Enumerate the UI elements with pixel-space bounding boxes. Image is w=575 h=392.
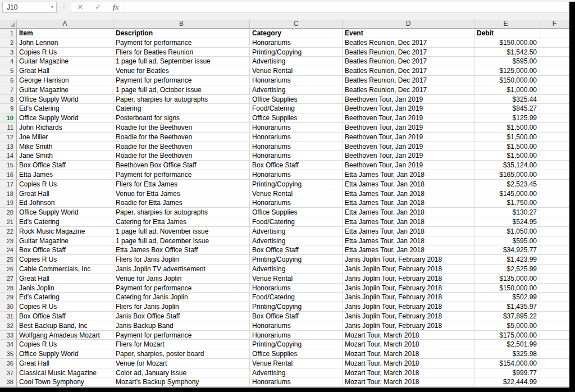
cell-empty[interactable] xyxy=(540,48,569,57)
cell-description[interactable]: 1 page full ad, December Issue xyxy=(113,236,250,246)
cell-debit[interactable]: Debit xyxy=(474,29,540,38)
cell-description[interactable]: Fliers for Beatles Reunion xyxy=(113,48,250,57)
cell-category[interactable]: Honorariums xyxy=(250,151,343,161)
cell-empty[interactable] xyxy=(540,104,569,113)
cell-description[interactable]: 1 page full ad, September issue xyxy=(113,57,250,66)
cell-item[interactable]: Box Office Staff xyxy=(17,312,113,321)
cell-description[interactable]: Payment for performance xyxy=(113,331,250,340)
cell-debit[interactable]: $135,000.00 xyxy=(474,274,540,284)
cancel-icon[interactable]: ✕ xyxy=(73,2,88,12)
cell-description[interactable]: Venue for Janis Joplin xyxy=(113,274,250,284)
row-number[interactable]: 37 xyxy=(0,368,17,378)
cell-event[interactable]: Mozart Tour, March 2018 xyxy=(343,368,474,378)
cell-category[interactable]: Advertising xyxy=(250,236,343,246)
cell-item[interactable]: Mike Smith xyxy=(17,142,113,152)
cell-item[interactable]: Best Backup Band, Inc xyxy=(17,321,113,331)
cell-category[interactable]: Food/Catering xyxy=(250,293,343,302)
cell-category[interactable]: Box Office Staff xyxy=(250,245,343,255)
cell-event[interactable]: Beethoven Tour, Jan 2019 xyxy=(343,142,474,152)
row-number[interactable]: 22 xyxy=(0,227,17,236)
cell-event[interactable]: Beethoven Tour, Jan 2019 xyxy=(343,161,474,170)
cell-debit[interactable]: $2,501.99 xyxy=(474,340,540,349)
cell-item[interactable]: Copies R Us xyxy=(17,255,113,265)
cell-description[interactable]: Roadie for the Beethoven xyxy=(113,123,250,133)
row-number[interactable]: 19 xyxy=(0,198,17,208)
cell-category[interactable]: Honorariums xyxy=(250,38,343,48)
cell-category[interactable]: Honorariums xyxy=(250,123,343,133)
row-number[interactable]: 33 xyxy=(0,331,17,340)
cell-category[interactable]: Food/Catering xyxy=(250,217,343,227)
cell-empty[interactable] xyxy=(540,151,569,161)
column-header-e[interactable]: E xyxy=(474,20,540,28)
cell-debit[interactable]: $999.77 xyxy=(474,368,540,378)
chevron-down-icon[interactable]: ▾ xyxy=(51,2,53,12)
cell-debit[interactable]: $595.00 xyxy=(474,57,540,66)
cell-debit[interactable]: $5,000.00 xyxy=(474,321,540,331)
cell-description[interactable]: Catering for Janis Joplin xyxy=(113,293,250,302)
cell-empty[interactable] xyxy=(540,66,569,76)
cell-category[interactable]: Honorariums xyxy=(250,133,343,142)
row-number[interactable]: 26 xyxy=(0,265,17,274)
cell-category[interactable]: Advertising xyxy=(250,85,343,95)
cell-category[interactable]: Printing/Copying xyxy=(250,340,343,349)
cell-item[interactable]: Wolfgang Amadeus Mozart xyxy=(17,331,113,340)
cell-description[interactable]: Janis Backup Band xyxy=(113,321,250,331)
row-number[interactable]: 25 xyxy=(0,255,17,265)
row-number[interactable]: 13 xyxy=(0,142,17,152)
cell-description[interactable]: Fliers for Mozart xyxy=(113,340,250,349)
cell-item[interactable]: Office Supply World xyxy=(17,113,113,123)
row-number[interactable]: 5 xyxy=(0,66,17,76)
cell-description[interactable]: Roadie for the Beethoven xyxy=(113,133,250,142)
cell-description[interactable]: Venue for Beatles xyxy=(113,66,250,76)
row-number[interactable]: 2 xyxy=(0,38,17,48)
column-header-b[interactable]: B xyxy=(113,20,250,28)
cell-debit[interactable]: $1,500.00 xyxy=(474,123,540,133)
cell-empty[interactable] xyxy=(540,312,569,321)
row-number[interactable]: 21 xyxy=(0,217,17,227)
cell-debit[interactable]: $1,050.00 xyxy=(474,227,540,236)
cell-empty[interactable] xyxy=(540,255,569,265)
cell-description[interactable]: Payment for performance xyxy=(113,38,250,48)
cell-empty[interactable] xyxy=(540,123,569,133)
column-header-c[interactable]: C xyxy=(250,20,343,28)
cell-description[interactable]: Catering for Etta James xyxy=(113,217,250,227)
cell-category[interactable]: Venue Rental xyxy=(250,359,343,368)
row-number[interactable]: 16 xyxy=(0,170,17,180)
cell-description[interactable]: Catering xyxy=(113,104,250,113)
cell-description[interactable]: Janis Box Office Staff xyxy=(113,312,250,321)
cell-event[interactable]: Beethoven Tour, Jan 2019 xyxy=(343,95,474,104)
cell-category[interactable]: Printing/Copying xyxy=(250,255,343,265)
row-number[interactable]: 32 xyxy=(0,321,17,331)
cell-empty[interactable] xyxy=(540,113,569,123)
cell-debit[interactable]: $150,000.00 xyxy=(474,76,540,85)
cell-item[interactable]: Janis Joplin xyxy=(17,284,113,293)
cell-empty[interactable] xyxy=(540,340,569,349)
cell-empty[interactable] xyxy=(540,76,569,85)
cell-event[interactable]: Janis Joplin Tour, February 2018 xyxy=(343,255,474,265)
cell-debit[interactable]: $595.00 xyxy=(474,236,540,246)
cell-category[interactable]: Venue Rental xyxy=(250,66,343,76)
cell-description[interactable]: Description xyxy=(113,29,250,38)
cell-description[interactable]: Roadie for the Beethoven xyxy=(113,142,250,152)
cell-debit[interactable]: $2,525.99 xyxy=(474,265,540,274)
row-number[interactable]: 1 xyxy=(0,29,17,38)
cell-empty[interactable] xyxy=(540,359,569,368)
cell-category[interactable]: Venue Rental xyxy=(250,274,343,284)
enter-icon[interactable]: ✓ xyxy=(90,2,105,12)
cell-debit[interactable]: $150,000.00 xyxy=(474,284,540,293)
cell-item[interactable]: Office Supply World xyxy=(17,208,113,217)
formula-bar-input[interactable] xyxy=(125,2,568,13)
cell-debit[interactable]: $130.27 xyxy=(474,208,540,217)
row-number[interactable]: 27 xyxy=(0,274,17,284)
cell-empty[interactable] xyxy=(540,29,569,38)
cell-empty[interactable] xyxy=(540,133,569,142)
column-header-d[interactable]: D xyxy=(343,20,474,28)
cell-item[interactable]: Guitar Magazine xyxy=(17,57,113,66)
cell-item[interactable]: Guitar Magazine xyxy=(17,236,113,246)
cell-debit[interactable]: $1,542.50 xyxy=(474,48,540,57)
cell-event[interactable]: Beatles Reunion, Dec 2017 xyxy=(343,76,474,85)
cell-item[interactable]: Copies R Us xyxy=(17,48,113,57)
cell-description[interactable]: Venue for Etta James xyxy=(113,189,250,199)
row-number[interactable]: 30 xyxy=(0,302,17,312)
cell-description[interactable]: Paper, sharpies for autographs xyxy=(113,208,250,217)
